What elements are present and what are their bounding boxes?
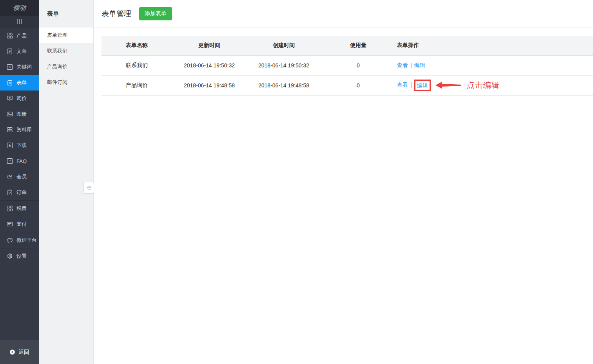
sidebar-item-downloads[interactable]: 下载 — [0, 138, 39, 153]
sidebar-item-label: 表单 — [16, 79, 27, 86]
sidebar-item-orders[interactable]: 订单 — [0, 185, 39, 200]
created-time-cell: 2018-06-14 19:50:32 — [247, 55, 321, 75]
sidebar-item-label: 下载 — [16, 142, 27, 149]
sidebar-item-library[interactable]: 资料库 — [0, 122, 39, 138]
sidebar-item-label: 资料库 — [16, 126, 32, 133]
action-separator: | — [410, 81, 412, 88]
back-button-label: 返回 — [18, 349, 29, 356]
sidebar-item-label: 支付 — [16, 221, 27, 228]
gallery-icon — [7, 111, 13, 117]
form-name-cell: 产品询价 — [102, 75, 172, 95]
submenu-item-form-management[interactable]: 表单管理 — [39, 27, 93, 43]
sidebar-item-forms[interactable]: 表单 — [0, 75, 39, 91]
view-link[interactable]: 查看 — [397, 81, 408, 88]
sidebar-collapse-handle[interactable] — [0, 16, 39, 28]
sidebar-item-gallery[interactable]: 图册 — [0, 106, 39, 122]
table-row: 产品询价 2018-06-14 19:48:58 2018-06-14 19:4… — [102, 75, 593, 95]
member-icon — [7, 174, 13, 180]
menu-fold-icon — [86, 185, 92, 190]
sidebar-item-label: 产品 — [16, 32, 27, 39]
back-button[interactable]: 返回 — [0, 340, 39, 364]
sidebar-item-settings[interactable]: 设置 — [0, 248, 39, 264]
sidebar-item-label: 设置 — [16, 253, 27, 260]
column-header-name: 表单名称 — [102, 36, 172, 55]
sidebar-item-label: 图册 — [16, 110, 27, 118]
sidebar-item-payment[interactable]: 支付 — [0, 216, 39, 232]
form-name-cell: 联系我们 — [102, 55, 172, 75]
page-title: 表单管理 — [102, 9, 131, 19]
tutorial-annotation-label: 点击编辑 — [467, 80, 500, 91]
table-header-row: 表单名称 更新时间 创建时间 使用量 表单操作 — [102, 36, 593, 55]
tutorial-annotation: 点击编辑 — [435, 80, 500, 91]
sidebar-spacer — [0, 264, 39, 340]
sidebar-group-finance: 税费 支付 — [0, 200, 39, 232]
updated-time-cell: 2018-06-14 19:48:58 — [172, 75, 247, 95]
form-icon — [7, 80, 13, 86]
submenu-title: 表单 — [39, 0, 93, 27]
edit-link[interactable]: 编辑 — [414, 62, 425, 68]
view-link[interactable]: 查看 — [397, 62, 408, 68]
column-header-created: 创建时间 — [247, 36, 321, 55]
forms-table: 表单名称 更新时间 创建时间 使用量 表单操作 联系我们 2018-06-14 … — [102, 36, 593, 96]
sidebar-item-label: 关键词 — [16, 63, 32, 71]
article-icon — [7, 48, 13, 54]
card-icon — [7, 221, 13, 227]
sidebar-item-wechat[interactable]: 微信平台 — [0, 232, 39, 248]
brand-logo-text: 领动 — [12, 4, 27, 12]
sidebar-item-articles[interactable]: 文章 — [0, 43, 39, 59]
sidebar-item-tax[interactable]: 税费 — [0, 201, 39, 216]
sidebar-group-main: 产品 文章 关键词 表单 询价 图册 — [0, 28, 39, 200]
wechat-icon — [7, 237, 13, 243]
usage-count-cell: 0 — [321, 55, 395, 75]
order-icon — [7, 189, 13, 196]
sidebar-item-label: 税费 — [16, 205, 27, 212]
edit-link[interactable]: 编辑 — [417, 82, 428, 89]
drag-handle-icon — [19, 19, 20, 24]
sidebar-item-label: 询价 — [16, 95, 27, 102]
sidebar-group-wechat: 微信平台 — [0, 232, 39, 248]
drag-handle-icon — [17, 19, 18, 24]
sidebar-item-keywords[interactable]: 关键词 — [0, 59, 39, 75]
sidebar-item-label: 文章 — [16, 48, 27, 55]
content-topbar: 表单管理 添加表单 — [94, 0, 593, 27]
app-window: 领动 产品 文章 关键词 表单 询价 — [0, 0, 593, 364]
gear-icon — [7, 253, 13, 259]
grid-icon — [7, 205, 13, 212]
actions-cell: 查看|编辑 — [395, 55, 593, 75]
grid-icon — [7, 33, 13, 39]
table-area: 表单名称 更新时间 创建时间 使用量 表单操作 联系我们 2018-06-14 … — [94, 27, 593, 96]
brand-logo: 领动 — [0, 0, 39, 16]
sidebar-item-label: 微信平台 — [16, 237, 37, 244]
submenu-item-contact-us[interactable]: 联系我们 — [39, 43, 93, 59]
action-separator: | — [410, 62, 412, 68]
created-time-cell: 2018-06-14 19:48:58 — [247, 75, 321, 95]
sidebar-item-label: 会员 — [16, 173, 27, 180]
back-circle-icon — [9, 349, 15, 355]
submenu-item-product-inquiry[interactable]: 产品询价 — [39, 59, 93, 74]
faq-icon — [7, 158, 13, 164]
drag-handle-icon — [21, 19, 22, 24]
sidebar-item-faq[interactable]: FAQ — [0, 153, 39, 169]
updated-time-cell: 2018-06-14 19:50:32 — [172, 55, 247, 75]
add-form-button[interactable]: 添加表单 — [139, 7, 172, 20]
column-header-updated: 更新时间 — [172, 36, 247, 55]
inquiry-icon — [7, 95, 13, 101]
submenu-collapse-button[interactable] — [83, 182, 94, 194]
sidebar-item-label: FAQ — [16, 158, 27, 164]
red-arrow-icon — [435, 81, 461, 89]
library-icon — [7, 127, 13, 133]
column-header-usage: 使用量 — [321, 36, 395, 55]
keyword-icon — [7, 64, 13, 70]
usage-count-cell: 0 — [321, 75, 395, 95]
sidebar-group-settings: 设置 — [0, 248, 39, 264]
table-row: 联系我们 2018-06-14 19:50:32 2018-06-14 19:5… — [102, 55, 593, 75]
sidebar-item-members[interactable]: 会员 — [0, 169, 39, 185]
submenu-item-email-subscription[interactable]: 邮件订阅 — [39, 74, 93, 90]
primary-sidebar: 领动 产品 文章 关键词 表单 询价 — [0, 0, 39, 364]
tutorial-highlight-box: 编辑 — [414, 80, 431, 91]
main-content: 表单管理 添加表单 表单名称 更新时间 创建时间 使用量 表单操作 — [94, 0, 593, 364]
sidebar-item-inquiry[interactable]: 询价 — [0, 91, 39, 106]
sidebar-item-products[interactable]: 产品 — [0, 28, 39, 43]
column-header-actions: 表单操作 — [395, 36, 593, 55]
actions-cell: 查看|编辑点击编辑 — [395, 75, 593, 95]
